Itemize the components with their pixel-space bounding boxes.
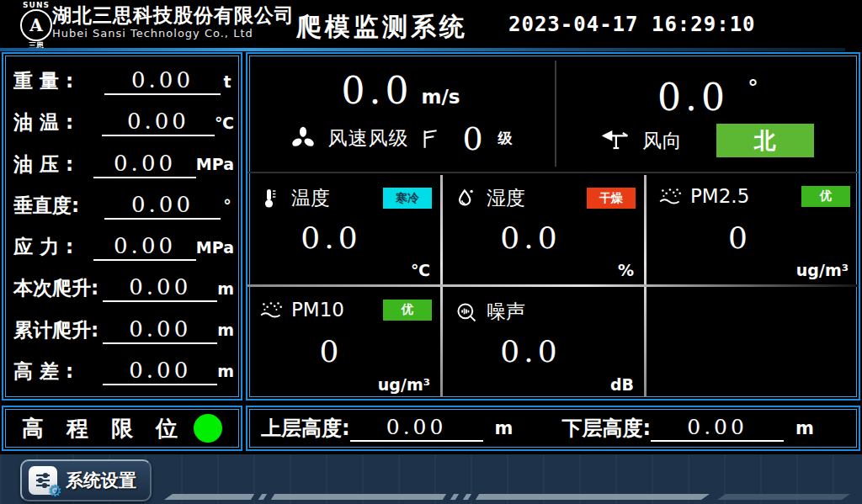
sensor-cell-pm10: PM10 优 0 ug/m³	[247, 287, 440, 399]
metric-row-verticality: 垂直度: 0.00 °	[13, 187, 234, 224]
wind-direction-unit: °	[748, 75, 758, 100]
sensor-label: 湿度	[487, 185, 525, 211]
datetime-display: 2023-04-17 16:29:10	[508, 13, 756, 36]
lower-height-label: 下层高度:	[562, 415, 652, 442]
metric-value: 0.00	[93, 151, 196, 178]
wind-level-icon	[418, 127, 440, 151]
metric-unit: t	[221, 72, 234, 91]
lower-height-group: 下层高度: 0.00 m	[562, 415, 815, 442]
wind-direction-label: 风向	[642, 128, 683, 154]
sensor-unit: ℃	[411, 261, 430, 279]
metric-row-oil-temp: 油 温 : 0.00 ℃	[13, 104, 234, 141]
metric-value: 0.00	[104, 67, 221, 95]
company-name-en: Hubei Sansi Technology Co., Ltd	[52, 26, 295, 40]
metric-label: 应 力 :	[13, 234, 93, 260]
sensor-value: 0.0	[443, 334, 619, 369]
metric-row-weight: 重 量 : 0.00 t	[13, 63, 234, 100]
sensor-label: PM2.5	[690, 185, 749, 207]
metric-label: 本次爬升:	[13, 275, 103, 301]
header: SUNS A 三思 湖北三思科技股份有限公司 Hubei Sansi Techn…	[0, 0, 862, 48]
noise-icon	[455, 301, 480, 323]
metric-value: 0.00	[103, 316, 217, 344]
particles-icon	[658, 185, 684, 207]
taskbar-deco-stripe	[717, 494, 850, 500]
metric-unit: °	[221, 196, 234, 215]
sensor-label: 温度	[291, 185, 330, 211]
metric-unit: MPa	[196, 238, 234, 257]
sensor-status-badge: 寒冷	[383, 188, 432, 209]
wind-section: 0.0m/s 风速风级	[247, 54, 859, 172]
metric-unit: MPa	[196, 155, 234, 173]
metric-unit: m	[217, 279, 234, 298]
wind-divider	[555, 61, 556, 167]
sensor-cell-pm25: PM2.5 优 0 ug/m³	[646, 173, 859, 284]
company-name: 湖北三思科技股份有限公司 Hubei Sansi Technology Co.,…	[52, 4, 295, 40]
company-logo: SUNS A 三思	[19, 1, 54, 50]
sensor-status-badge: 干燥	[587, 188, 636, 209]
sensor-cell-humidity: 湿度 干燥 0.0 %	[443, 173, 644, 284]
wind-direction-value: 0.0°	[657, 68, 758, 117]
settings-button-label: 系统设置	[66, 469, 136, 492]
sensor-unit: ug/m³	[378, 375, 430, 394]
metric-label: 油 温 :	[13, 109, 102, 135]
sensor-cell-noise: 噪声 0.0 dB	[443, 287, 644, 399]
sensor-value: 0	[646, 220, 833, 255]
metric-label: 重 量 :	[13, 68, 104, 94]
particles-icon	[259, 299, 285, 321]
metric-unit: m	[217, 321, 234, 339]
system-settings-button[interactable]: ⚙ 系统设置	[20, 459, 152, 501]
metric-value: 0.00	[103, 358, 217, 385]
sensor-value: 0	[247, 334, 415, 369]
metric-row-total-climb: 累计爬升: 0.00 m	[13, 311, 234, 348]
screen: SUNS A 三思 湖北三思科技股份有限公司 Hubei Sansi Techn…	[0, 0, 862, 504]
wind-direction-block: 0.0° 风向 北	[557, 54, 859, 172]
wind-level-unit: 级	[498, 129, 513, 148]
sensor-grid: 温度 寒冷 0.0 ℃ 湿度 干燥	[247, 173, 859, 399]
sensor-cell-empty	[646, 287, 859, 399]
metric-label: 高 差 :	[13, 358, 103, 385]
logo-emblem-icon: A	[20, 9, 52, 41]
sensor-status-badge: 优	[383, 300, 432, 321]
page-title: 爬模监测系统	[296, 10, 468, 45]
metric-value: 0.00	[104, 192, 221, 220]
wind-speed-label: 风速风级	[327, 125, 408, 151]
metric-label: 累计爬升:	[13, 317, 103, 343]
elevation-limit-label: 高 程 限 位	[22, 414, 185, 443]
sensor-value: 0.0	[247, 220, 415, 255]
sensor-value: 0.0	[443, 220, 619, 255]
elevation-limit-indicator	[194, 414, 222, 443]
taskbar: ⚙ 系统设置	[0, 454, 862, 504]
lower-height-unit: m	[795, 418, 814, 438]
wind-level-value: 0	[462, 123, 482, 155]
heights-box: 上层高度: 0.00 m 下层高度: 0.00 m	[246, 406, 860, 451]
elevation-limit-box: 高 程 限 位	[2, 406, 242, 451]
wind-speed-block: 0.0m/s 风速风级	[247, 54, 554, 172]
sensor-unit: ug/m³	[796, 261, 849, 279]
metric-row-current-climb: 本次爬升: 0.00 m	[13, 270, 234, 307]
metric-label: 垂直度:	[13, 193, 104, 219]
logo-suns-text: SUNS	[19, 1, 54, 9]
upper-height-value: 0.00	[350, 415, 483, 442]
upper-height-label: 上层高度:	[261, 415, 350, 442]
company-name-cn: 湖北三思科技股份有限公司	[52, 4, 295, 26]
metric-value: 0.00	[102, 109, 215, 136]
metric-unit: ℃	[215, 114, 234, 132]
settings-sliders-icon: ⚙	[29, 466, 57, 495]
taskbar-deco-stripe	[164, 494, 710, 500]
metric-value: 0.00	[93, 233, 196, 261]
upper-height-group: 上层高度: 0.00 m	[261, 415, 513, 442]
metric-row-height-diff: 高 差 : 0.00 m	[13, 353, 234, 390]
wind-compass-button[interactable]: 北	[716, 124, 814, 157]
sensor-cell-temperature: 温度 寒冷 0.0 ℃	[247, 173, 440, 284]
sensor-status-badge: 优	[801, 186, 850, 207]
metric-row-oil-pressure: 油 压 : 0.00 MPa	[13, 146, 234, 183]
header-divider	[0, 48, 845, 51]
metric-row-stress: 应 力 : 0.00 MPa	[13, 229, 234, 266]
environment-panel: 0.0m/s 风速风级	[246, 52, 860, 401]
sensor-unit: dB	[610, 375, 634, 394]
wind-speed-value: 0.0m/s	[341, 72, 460, 116]
upper-height-unit: m	[495, 418, 513, 438]
gear-icon: ⚙	[48, 483, 62, 499]
thermometer-icon	[259, 188, 285, 210]
wind-speed-unit: m/s	[421, 86, 460, 108]
